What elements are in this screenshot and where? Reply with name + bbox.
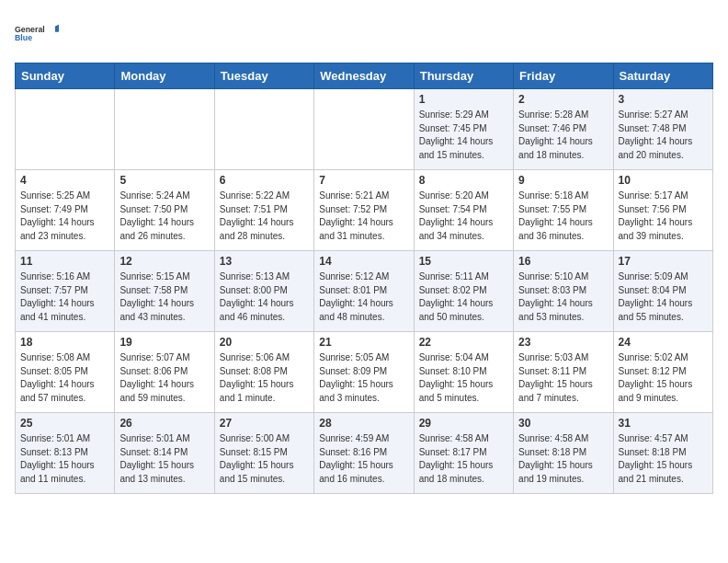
cell-content: Sunrise: 5:09 AM Sunset: 8:04 PM Dayligh… [619,270,708,324]
day-number: 1 [419,93,508,106]
day-number: 23 [518,336,608,349]
day-number: 4 [20,174,109,187]
calendar-cell: 21Sunrise: 5:05 AM Sunset: 8:09 PM Dayli… [314,332,414,413]
day-number: 21 [319,336,408,349]
calendar-cell: 1Sunrise: 5:29 AM Sunset: 7:45 PM Daylig… [414,89,513,170]
day-number: 27 [220,417,309,430]
calendar-cell: 31Sunrise: 4:57 AM Sunset: 8:18 PM Dayli… [613,413,712,494]
cell-content: Sunrise: 5:03 AM Sunset: 8:11 PM Dayligh… [518,351,608,405]
calendar-cell: 24Sunrise: 5:02 AM Sunset: 8:12 PM Dayli… [613,332,712,413]
calendar-week-2: 4Sunrise: 5:25 AM Sunset: 7:49 PM Daylig… [16,170,713,251]
cell-content: Sunrise: 5:10 AM Sunset: 8:03 PM Dayligh… [518,270,608,324]
day-number: 26 [119,417,209,430]
calendar-cell: 12Sunrise: 5:15 AM Sunset: 7:58 PM Dayli… [115,251,214,332]
cell-content: Sunrise: 5:07 AM Sunset: 8:06 PM Dayligh… [119,351,209,405]
logo: General Blue [15,15,59,52]
day-number: 8 [419,174,508,187]
day-number: 17 [619,255,708,268]
weekday-header-friday: Friday [514,63,613,89]
cell-content: Sunrise: 5:13 AM Sunset: 8:00 PM Dayligh… [220,270,309,324]
calendar-cell: 3Sunrise: 5:27 AM Sunset: 7:48 PM Daylig… [613,89,712,170]
day-number: 25 [20,417,109,430]
page-header: General Blue [15,15,713,52]
weekday-header-thursday: Thursday [414,63,513,89]
calendar-cell: 28Sunrise: 4:59 AM Sunset: 8:16 PM Dayli… [314,413,414,494]
day-number: 31 [619,417,708,430]
calendar-cell: 7Sunrise: 5:21 AM Sunset: 7:52 PM Daylig… [314,170,414,251]
cell-content: Sunrise: 5:17 AM Sunset: 7:56 PM Dayligh… [619,190,708,243]
day-number: 29 [419,417,508,430]
cell-content: Sunrise: 5:02 AM Sunset: 8:12 PM Dayligh… [619,351,708,405]
day-number: 16 [518,255,608,268]
cell-content: Sunrise: 5:28 AM Sunset: 7:46 PM Dayligh… [518,109,608,162]
weekday-header-row: SundayMondayTuesdayWednesdayThursdayFrid… [16,63,713,89]
calendar-cell: 5Sunrise: 5:24 AM Sunset: 7:50 PM Daylig… [115,170,214,251]
cell-content: Sunrise: 5:05 AM Sunset: 8:09 PM Dayligh… [319,351,408,405]
day-number: 28 [319,417,408,430]
calendar-cell: 26Sunrise: 5:01 AM Sunset: 8:14 PM Dayli… [115,413,214,494]
day-number: 5 [119,174,209,187]
cell-content: Sunrise: 4:59 AM Sunset: 8:16 PM Dayligh… [319,432,408,486]
calendar-cell: 29Sunrise: 4:58 AM Sunset: 8:17 PM Dayli… [414,413,513,494]
calendar-cell: 16Sunrise: 5:10 AM Sunset: 8:03 PM Dayli… [514,251,613,332]
calendar-cell: 10Sunrise: 5:17 AM Sunset: 7:56 PM Dayli… [613,170,712,251]
cell-content: Sunrise: 4:58 AM Sunset: 8:18 PM Dayligh… [518,432,608,486]
day-number: 15 [419,255,508,268]
calendar-cell: 22Sunrise: 5:04 AM Sunset: 8:10 PM Dayli… [414,332,513,413]
day-number: 24 [619,336,708,349]
weekday-header-tuesday: Tuesday [214,63,313,89]
calendar-cell: 17Sunrise: 5:09 AM Sunset: 8:04 PM Dayli… [613,251,712,332]
day-number: 19 [119,336,209,349]
cell-content: Sunrise: 5:12 AM Sunset: 8:01 PM Dayligh… [319,270,408,324]
calendar-cell [115,89,214,170]
day-number: 7 [319,174,408,187]
svg-marker-2 [55,25,59,32]
calendar-cell: 15Sunrise: 5:11 AM Sunset: 8:02 PM Dayli… [414,251,513,332]
calendar-cell [314,89,414,170]
calendar-table: SundayMondayTuesdayWednesdayThursdayFrid… [15,63,713,494]
calendar-week-1: 1Sunrise: 5:29 AM Sunset: 7:45 PM Daylig… [16,89,713,170]
calendar-cell: 25Sunrise: 5:01 AM Sunset: 8:13 PM Dayli… [16,413,115,494]
day-number: 20 [220,336,309,349]
cell-content: Sunrise: 5:11 AM Sunset: 8:02 PM Dayligh… [419,270,508,324]
day-number: 22 [419,336,508,349]
calendar-cell: 4Sunrise: 5:25 AM Sunset: 7:49 PM Daylig… [16,170,115,251]
generalblue-logo-icon: General Blue [15,15,59,52]
day-number: 10 [619,174,708,187]
svg-text:Blue: Blue [15,33,32,42]
cell-content: Sunrise: 5:22 AM Sunset: 7:51 PM Dayligh… [220,190,309,243]
calendar-cell: 20Sunrise: 5:06 AM Sunset: 8:08 PM Dayli… [214,332,313,413]
day-number: 14 [319,255,408,268]
calendar-cell: 2Sunrise: 5:28 AM Sunset: 7:46 PM Daylig… [514,89,613,170]
day-number: 30 [518,417,608,430]
weekday-header-saturday: Saturday [613,63,712,89]
cell-content: Sunrise: 5:16 AM Sunset: 7:57 PM Dayligh… [20,270,109,324]
cell-content: Sunrise: 5:21 AM Sunset: 7:52 PM Dayligh… [319,190,408,243]
calendar-cell: 19Sunrise: 5:07 AM Sunset: 8:06 PM Dayli… [115,332,214,413]
cell-content: Sunrise: 5:00 AM Sunset: 8:15 PM Dayligh… [220,432,309,486]
day-number: 13 [220,255,309,268]
calendar-cell: 9Sunrise: 5:18 AM Sunset: 7:55 PM Daylig… [514,170,613,251]
day-number: 2 [518,93,608,106]
cell-content: Sunrise: 5:20 AM Sunset: 7:54 PM Dayligh… [419,190,508,243]
calendar-cell: 18Sunrise: 5:08 AM Sunset: 8:05 PM Dayli… [16,332,115,413]
cell-content: Sunrise: 5:04 AM Sunset: 8:10 PM Dayligh… [419,351,508,405]
cell-content: Sunrise: 4:58 AM Sunset: 8:17 PM Dayligh… [419,432,508,486]
cell-content: Sunrise: 5:15 AM Sunset: 7:58 PM Dayligh… [119,270,209,324]
cell-content: Sunrise: 5:08 AM Sunset: 8:05 PM Dayligh… [20,351,109,405]
cell-content: Sunrise: 5:01 AM Sunset: 8:13 PM Dayligh… [20,432,109,486]
cell-content: Sunrise: 5:24 AM Sunset: 7:50 PM Dayligh… [119,190,209,243]
calendar-cell [214,89,313,170]
calendar-cell: 8Sunrise: 5:20 AM Sunset: 7:54 PM Daylig… [414,170,513,251]
day-number: 9 [518,174,608,187]
day-number: 3 [619,93,708,106]
cell-content: Sunrise: 5:01 AM Sunset: 8:14 PM Dayligh… [119,432,209,486]
calendar-cell: 13Sunrise: 5:13 AM Sunset: 8:00 PM Dayli… [214,251,313,332]
calendar-week-5: 25Sunrise: 5:01 AM Sunset: 8:13 PM Dayli… [16,413,713,494]
cell-content: Sunrise: 5:27 AM Sunset: 7:48 PM Dayligh… [619,109,708,162]
calendar-cell: 23Sunrise: 5:03 AM Sunset: 8:11 PM Dayli… [514,332,613,413]
cell-content: Sunrise: 5:18 AM Sunset: 7:55 PM Dayligh… [518,190,608,243]
calendar-cell: 14Sunrise: 5:12 AM Sunset: 8:01 PM Dayli… [314,251,414,332]
day-number: 11 [20,255,109,268]
cell-content: Sunrise: 5:25 AM Sunset: 7:49 PM Dayligh… [20,190,109,243]
